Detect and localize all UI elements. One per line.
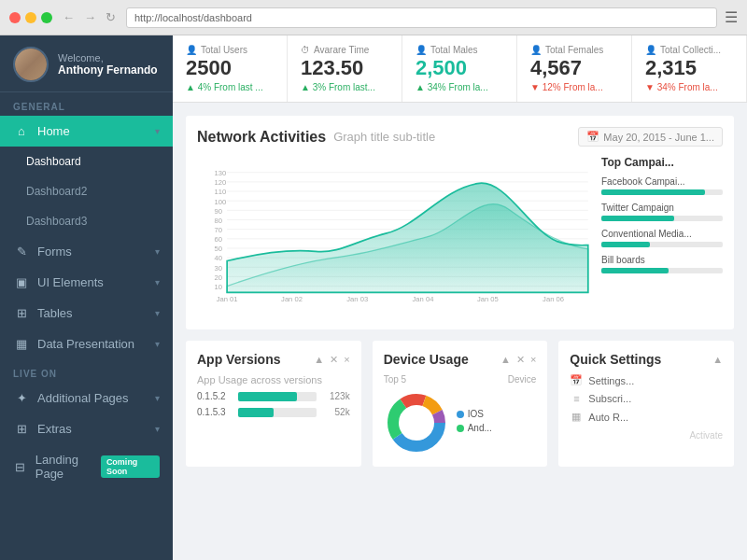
welcome-text: Welcome, xyxy=(58,52,158,63)
campaign-item-4: Bill boards xyxy=(601,255,723,273)
legend-label: And... xyxy=(468,423,492,433)
stat-value: 2500 xyxy=(186,57,274,79)
version-value: 123k xyxy=(322,391,350,401)
chevron-down-icon: ▾ xyxy=(155,393,160,403)
card-title: Quick Settings xyxy=(570,352,661,367)
sidebar-item-ui-elements[interactable]: ▣ UI Elements ▾ xyxy=(0,267,173,298)
sidebar-item-dashboard3[interactable]: Dashboard3 xyxy=(0,206,173,236)
svg-text:40: 40 xyxy=(215,254,222,262)
sidebar-item-label: Dashboard xyxy=(26,155,81,168)
campaign-name: Conventional Media... xyxy=(601,229,723,239)
female-icon: 👤 xyxy=(530,45,542,55)
sidebar-item-additional-pages[interactable]: ✦ Additional Pages ▾ xyxy=(0,383,173,413)
app-subtitle: App Usage across versions xyxy=(197,374,350,385)
campaign-name: Bill boards xyxy=(601,255,723,265)
sidebar-item-extras[interactable]: ⊞ Extras ▾ xyxy=(0,413,173,444)
sidebar-item-label: Dashboard3 xyxy=(26,215,87,228)
sidebar-item-data-presentation[interactable]: ▦ Data Presentation ▾ xyxy=(0,329,173,359)
stat-change: ▲ 4% From last ... xyxy=(186,82,274,92)
stat-label-text: Total Users xyxy=(201,45,247,55)
stat-change: ▲ 3% From last... xyxy=(301,82,388,92)
legend-label: IOS xyxy=(468,409,484,419)
legend-item-android: And... xyxy=(457,423,492,433)
svg-text:60: 60 xyxy=(215,235,222,244)
stat-card-total-males: 👤 Total Males 2,500 ▲ 34% From la... xyxy=(402,35,517,102)
ui-elements-icon: ▣ xyxy=(13,275,30,289)
back-button[interactable]: ← xyxy=(60,10,78,24)
svg-text:Jan 02: Jan 02 xyxy=(281,295,303,303)
svg-text:30: 30 xyxy=(215,264,222,273)
sidebar-item-label: Tables xyxy=(37,306,73,320)
close-button[interactable] xyxy=(9,12,21,23)
quick-settings-list: 📅 Settings... ≡ Subscri... ▦ Auto R... xyxy=(570,374,723,423)
svg-text:Jan 04: Jan 04 xyxy=(413,295,435,303)
expand-icon[interactable]: ▲ xyxy=(712,354,723,365)
sidebar-item-label: Dashboard2 xyxy=(26,185,87,198)
stat-label-text: Total Males xyxy=(430,45,478,55)
campaign-item-1: Facebook Campai... xyxy=(601,176,723,195)
stat-value: 2,500 xyxy=(416,57,503,79)
close-icon[interactable]: × xyxy=(344,354,349,366)
qs-item-3: ▦ Auto R... xyxy=(570,411,723,423)
sidebar-item-landing-page[interactable]: ⊟ Landing Page Coming Soon xyxy=(0,444,173,489)
maximize-button[interactable] xyxy=(41,12,52,23)
qs-label: Settings... xyxy=(588,375,634,386)
sidebar-item-label: Home xyxy=(37,124,70,138)
user-icon: 👤 xyxy=(186,45,197,55)
sidebar-item-forms[interactable]: ✎ Forms ▾ xyxy=(0,236,173,267)
svg-text:Jan 05: Jan 05 xyxy=(477,295,499,303)
expand-icon[interactable]: ▲ xyxy=(500,354,511,366)
traffic-lights xyxy=(9,12,52,23)
svg-text:20: 20 xyxy=(215,273,222,282)
settings-icon[interactable]: ✕ xyxy=(516,354,525,366)
minimize-button[interactable] xyxy=(25,12,36,23)
collection-icon: 👤 xyxy=(645,45,656,55)
svg-text:Jan 03: Jan 03 xyxy=(346,295,368,303)
settings-icon[interactable]: ✕ xyxy=(330,354,338,366)
additional-pages-icon: ✦ xyxy=(13,391,30,405)
sidebar-item-label: Extras xyxy=(37,422,72,436)
top-label: Top 5 xyxy=(384,374,406,385)
campaign-name: Facebook Campai... xyxy=(601,176,723,187)
chevron-down-icon: ▾ xyxy=(155,339,160,349)
version-value: 52k xyxy=(322,407,350,417)
sidebar-item-dashboard[interactable]: Dashboard xyxy=(0,147,173,176)
stat-card-total-users: 👤 Total Users 2500 ▲ 4% From last ... xyxy=(173,35,288,102)
forward-button[interactable]: → xyxy=(81,10,99,24)
network-inner: 130 120 110 100 90 80 70 60 50 40 30 20 xyxy=(197,156,723,318)
browser-menu-icon[interactable]: ☰ xyxy=(725,8,738,26)
svg-text:50: 50 xyxy=(215,245,222,253)
version-label: 0.1.5.3 xyxy=(197,407,233,417)
chevron-down-icon: ▾ xyxy=(155,126,160,136)
coming-soon-badge: Coming Soon xyxy=(101,455,160,478)
stat-value: 2,315 xyxy=(645,57,733,79)
campaign-name: Twitter Campaign xyxy=(601,203,723,213)
qs-label: Auto R... xyxy=(588,412,628,423)
close-icon[interactable]: × xyxy=(530,354,536,366)
grid-icon: ▦ xyxy=(570,411,583,423)
stat-card-avg-time: ⏱ Avarare Time 123.50 ▲ 3% From last... xyxy=(288,35,402,102)
chart-area: 130 120 110 100 90 80 70 60 50 40 30 20 xyxy=(197,156,592,318)
sidebar-item-label: Additional Pages xyxy=(37,391,129,405)
svg-text:10: 10 xyxy=(215,283,222,291)
landing-page-icon: ⊟ xyxy=(13,460,28,474)
stat-label-text: Total Females xyxy=(545,45,603,55)
date-range[interactable]: 📅 May 20, 2015 - June 1... xyxy=(578,127,723,147)
sidebar-item-tables[interactable]: ⊞ Tables ▾ xyxy=(0,298,173,329)
refresh-button[interactable]: ↻ xyxy=(103,10,119,24)
male-icon: 👤 xyxy=(416,45,427,55)
qs-item-2: ≡ Subscri... xyxy=(570,393,723,404)
chevron-down-icon: ▾ xyxy=(155,308,160,318)
card-actions: ▲ ✕ × xyxy=(314,354,349,366)
sidebar-item-home[interactable]: ⌂ Home ▾ xyxy=(0,116,173,147)
expand-icon[interactable]: ▲ xyxy=(314,354,324,366)
tables-icon: ⊞ xyxy=(13,306,30,320)
svg-text:Jan 06: Jan 06 xyxy=(543,295,564,303)
sidebar: Welcome, Anthony Fernando GENERAL ⌂ Home… xyxy=(0,35,173,560)
app-versions-card: App Versions ▲ ✕ × App Usage across vers… xyxy=(186,341,361,467)
sidebar-profile: Welcome, Anthony Fernando xyxy=(0,35,173,92)
version-row-1: 0.1.5.2 123k xyxy=(197,391,350,401)
app-versions-list: 0.1.5.2 123k 0.1.5.3 52k xyxy=(197,391,350,417)
sidebar-item-dashboard2[interactable]: Dashboard2 xyxy=(0,176,173,206)
address-bar[interactable]: http://localhost/dashboard xyxy=(126,7,717,28)
